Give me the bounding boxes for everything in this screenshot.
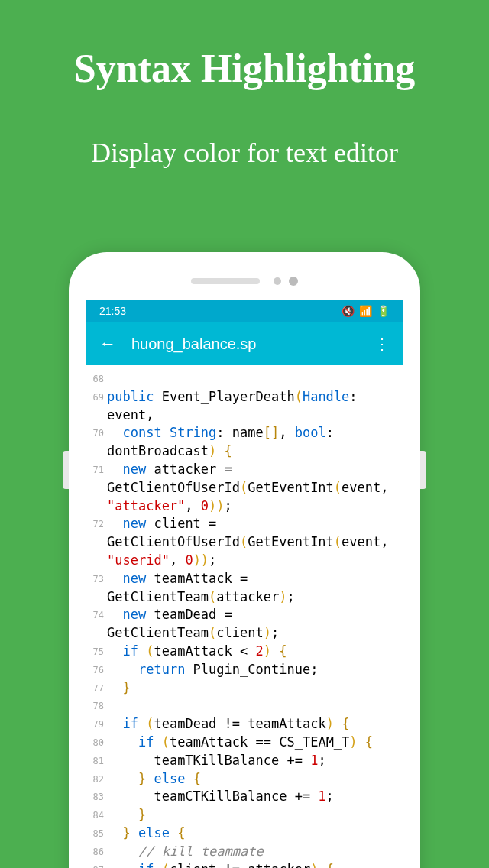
- code-line: 72 new client = GetClientOfUserId(GetEve…: [92, 515, 397, 569]
- line-number: 84: [92, 806, 107, 824]
- line-number: 73: [92, 570, 107, 607]
- status-icons: 🔇 📶 🔋: [342, 305, 390, 317]
- code-line: 70 const String: name[], bool: dontBroad…: [92, 424, 397, 461]
- mute-icon: 🔇: [342, 305, 355, 317]
- code-line: 69public Event_PlayerDeath(Handle: event…: [92, 388, 397, 425]
- file-title: huong_balance.sp: [131, 335, 374, 353]
- code-content: [107, 370, 397, 388]
- code-line: 71 new attacker = GetClientOfUserId(GetE…: [92, 461, 397, 515]
- battery-icon: 🔋: [377, 305, 390, 317]
- code-content: if (teamDead != teamAttack) {: [107, 715, 397, 734]
- code-content: } else {: [107, 824, 397, 843]
- line-number: 69: [92, 388, 107, 425]
- code-content: [107, 697, 397, 715]
- line-number: 87: [92, 861, 107, 868]
- line-number: 79: [92, 715, 107, 734]
- code-line: 81 teamTKillBalance += 1;: [92, 752, 397, 770]
- code-editor[interactable]: 68 69public Event_PlayerDeath(Handle: ev…: [86, 365, 403, 868]
- code-line: 85 } else {: [92, 824, 397, 843]
- status-time: 21:53: [99, 305, 126, 317]
- code-content: if (teamAttack < 2) {: [107, 643, 397, 661]
- code-content: teamCTKillBalance += 1;: [107, 788, 397, 806]
- code-line: 74 new teamDead = GetClientTeam(client);: [92, 606, 397, 643]
- code-line: 75 if (teamAttack < 2) {: [92, 643, 397, 661]
- code-line: 77 }: [92, 679, 397, 698]
- hero-subtitle: Display color for text editor: [0, 91, 489, 169]
- code-line: 76 return Plugin_Continue;: [92, 661, 397, 679]
- phone-screen: 21:53 🔇 📶 🔋 ← huong_balance.sp ⋮ 68 69pu…: [86, 300, 403, 868]
- code-content: new teamAttack = GetClientTeam(attacker)…: [107, 570, 397, 607]
- code-line: 80 if (teamAttack == CS_TEAM_T) {: [92, 734, 397, 752]
- line-number: 81: [92, 752, 107, 770]
- code-content: } else {: [107, 770, 397, 789]
- line-number: 76: [92, 661, 107, 679]
- more-menu-button[interactable]: ⋮: [374, 335, 390, 353]
- code-content: new client = GetClientOfUserId(GetEventI…: [107, 515, 397, 569]
- line-number: 72: [92, 515, 107, 569]
- line-number: 70: [92, 424, 107, 461]
- phone-camera-icon: [289, 277, 298, 286]
- line-number: 74: [92, 606, 107, 643]
- phone-side-button-right: [420, 451, 426, 489]
- app-bar: ← huong_balance.sp ⋮: [86, 322, 403, 365]
- code-line: 84 }: [92, 806, 397, 824]
- code-content: new teamDead = GetClientTeam(client);: [107, 606, 397, 643]
- line-number: 82: [92, 770, 107, 789]
- line-number: 83: [92, 788, 107, 806]
- phone-hardware-top: [86, 269, 403, 300]
- code-line: 83 teamCTKillBalance += 1;: [92, 788, 397, 806]
- code-line: 87 if (client != attacker) {: [92, 861, 397, 868]
- signal-icon: 📶: [359, 305, 372, 317]
- code-line: 68: [92, 370, 397, 388]
- code-content: return Plugin_Continue;: [107, 661, 397, 679]
- code-content: new attacker = GetClientOfUserId(GetEven…: [107, 461, 397, 515]
- code-content: }: [107, 806, 397, 824]
- line-number: 75: [92, 643, 107, 661]
- code-content: }: [107, 679, 397, 698]
- code-content: teamTKillBalance += 1;: [107, 752, 397, 770]
- line-number: 77: [92, 679, 107, 698]
- phone-sensor-icon: [274, 277, 281, 285]
- line-number: 80: [92, 734, 107, 752]
- code-content: // kill teammate: [107, 843, 397, 861]
- line-number: 68: [92, 370, 107, 388]
- line-number: 86: [92, 843, 107, 861]
- back-button[interactable]: ←: [99, 334, 116, 354]
- code-content: if (teamAttack == CS_TEAM_T) {: [107, 734, 397, 752]
- line-number: 71: [92, 461, 107, 515]
- code-line: 73 new teamAttack = GetClientTeam(attack…: [92, 570, 397, 607]
- phone-mockup: 21:53 🔇 📶 🔋 ← huong_balance.sp ⋮ 68 69pu…: [69, 252, 420, 868]
- code-content: const String: name[], bool: dontBroadcas…: [107, 424, 397, 461]
- code-content: public Event_PlayerDeath(Handle: event,: [107, 388, 397, 425]
- phone-speaker: [191, 278, 260, 284]
- code-content: if (client != attacker) {: [107, 861, 397, 868]
- line-number: 85: [92, 824, 107, 843]
- status-bar: 21:53 🔇 📶 🔋: [86, 300, 403, 322]
- code-line: 86 // kill teammate: [92, 843, 397, 861]
- code-line: 78: [92, 697, 397, 715]
- code-line: 82 } else {: [92, 770, 397, 789]
- hero-title: Syntax Highlighting: [0, 0, 489, 91]
- line-number: 78: [92, 697, 107, 715]
- code-line: 79 if (teamDead != teamAttack) {: [92, 715, 397, 734]
- phone-side-button-left: [63, 451, 69, 489]
